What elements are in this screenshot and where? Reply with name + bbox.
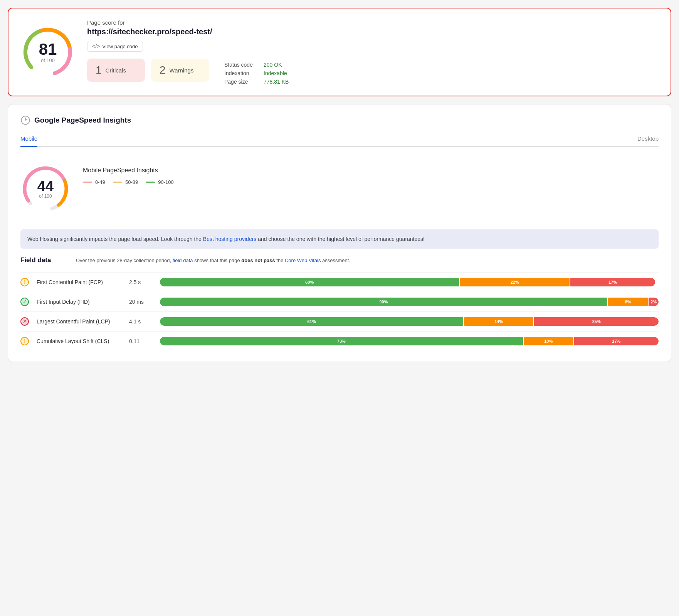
pagespeed-header: Google PageSpeed Insights <box>20 115 659 125</box>
field-desc1: Over the previous 28-day collection peri… <box>76 258 173 263</box>
bar-segment: 17% <box>574 337 659 345</box>
metric-icon: ! <box>20 337 29 345</box>
metric-value: 0.11 <box>129 338 152 344</box>
score-ring: 81 of 100 <box>21 25 75 79</box>
legend-dash-orange <box>113 182 122 183</box>
field-data-section: Field data Over the previous 28-day coll… <box>20 256 659 351</box>
bar-segment: 60% <box>160 278 459 286</box>
metric-value: 20 ms <box>129 299 152 305</box>
bar-segment: 22% <box>460 278 570 286</box>
field-data-title: Field data <box>20 256 67 264</box>
top-card: 81 of 100 Page score for https://siteche… <box>8 8 671 96</box>
metric-value: 2.5 s <box>129 279 152 285</box>
metric-name: Largest Contentful Paint (LCP) <box>37 318 121 325</box>
page-size-key: Page size <box>224 79 259 85</box>
indexation-key: Indexation <box>224 70 259 76</box>
status-info: Status code 200 OK Indexation Indexable … <box>224 59 289 85</box>
bar-segment: 17% <box>570 278 655 286</box>
bar-segment: 2% <box>649 298 659 306</box>
metric-bar: 73%10%17% <box>160 337 659 345</box>
metric-icon: ! <box>20 278 29 286</box>
field-data-link[interactable]: field data <box>173 258 193 263</box>
legend-items: 0-49 50-89 90-100 <box>83 179 174 185</box>
metric-row: !Cumulative Layout Shift (CLS)0.1173%10%… <box>20 331 659 351</box>
field-desc2: shows that this page <box>193 258 242 263</box>
metric-row: ✓First Input Delay (FID)20 ms90%8%2% <box>20 292 659 311</box>
info-text1: Web Hosting significantly impacts the pa… <box>27 236 203 242</box>
indexation-value: Indexable <box>264 70 287 76</box>
legend-item-poor: 0-49 <box>83 179 105 185</box>
page-url: https://sitechecker.pro/speed-test/ <box>87 27 658 36</box>
bar-segment: 73% <box>160 337 523 345</box>
pagespeed-icon <box>20 115 30 125</box>
field-desc4: assessment. <box>321 258 350 263</box>
view-code-button[interactable]: </> View page code <box>87 41 143 52</box>
metric-bar: 60%22%17% <box>160 278 659 286</box>
legend-dash-red <box>83 182 92 183</box>
metric-name: First Input Delay (FID) <box>37 299 121 305</box>
info-text2: and choose the one with the highest leve… <box>256 236 425 242</box>
status-code-row: Status code 200 OK <box>224 62 289 68</box>
tab-mobile[interactable]: Mobile <box>20 131 37 147</box>
pagespeed-card: Google PageSpeed Insights Mobile Desktop… <box>8 104 671 362</box>
field-data-header: Field data Over the previous 28-day coll… <box>20 256 659 264</box>
legend-range2: 50-89 <box>125 179 138 185</box>
legend-range1: 0-49 <box>95 179 105 185</box>
status-code-key: Status code <box>224 62 259 68</box>
criticals-label: Criticals <box>106 67 126 74</box>
legend-item-needs-improvement: 50-89 <box>113 179 138 185</box>
top-card-info: Page score for https://sitechecker.pro/s… <box>87 19 658 85</box>
metric-value: 4.1 s <box>129 318 152 325</box>
metric-row: !First Contentful Paint (FCP)2.5 s60%22%… <box>20 272 659 292</box>
tabs-bar: Mobile Desktop <box>20 131 659 147</box>
page-size-value: 778.81 KB <box>264 79 289 85</box>
metrics-row: 1 Criticals 2 Warnings Status code 200 O… <box>87 59 658 85</box>
warnings-pill: 2 Warnings <box>151 59 209 82</box>
legend-dash-green <box>146 182 155 183</box>
metric-row: ✕Largest Contentful Paint (LCP)4.1 s61%1… <box>20 311 659 331</box>
page-score-label: Page score for <box>87 19 658 26</box>
view-code-label: View page code <box>102 44 138 49</box>
metric-icon: ✓ <box>20 298 29 306</box>
mobile-score-of: of 100 <box>37 194 54 199</box>
metric-bar: 90%8%2% <box>160 298 659 306</box>
metric-rows-container: !First Contentful Paint (FCP)2.5 s60%22%… <box>20 272 659 351</box>
pagespeed-title: Google PageSpeed Insights <box>34 116 131 125</box>
mobile-insights-title: Mobile PageSpeed Insights <box>83 167 174 174</box>
metric-icon: ✕ <box>20 317 29 326</box>
bar-segment: 10% <box>524 337 573 345</box>
legend-range3: 90-100 <box>158 179 173 185</box>
field-desc-bold: does not pass <box>241 258 275 263</box>
criticals-number: 1 <box>96 64 102 76</box>
metric-bar: 61%14%25% <box>160 317 659 326</box>
bar-segment: 25% <box>534 317 659 326</box>
score-number: 81 <box>39 41 57 57</box>
mobile-score-ring: 44 of 100 <box>20 164 71 214</box>
page-size-row: Page size 778.81 KB <box>224 79 289 85</box>
mobile-score-number: 44 <box>37 179 54 194</box>
field-desc3: the <box>275 258 285 263</box>
bar-segment: 14% <box>464 317 534 326</box>
indexation-row: Indexation Indexable <box>224 70 289 76</box>
core-web-vitals-link[interactable]: Core Web Vitals <box>285 258 321 263</box>
score-of: of 100 <box>39 57 57 63</box>
bar-segment: 90% <box>160 298 607 306</box>
mobile-insights-area: 44 of 100 Mobile PageSpeed Insights 0-49… <box>20 156 659 222</box>
mobile-legend: Mobile PageSpeed Insights 0-49 50-89 90-… <box>83 167 174 185</box>
warnings-number: 2 <box>160 64 166 76</box>
warnings-label: Warnings <box>170 67 194 74</box>
bar-segment: 61% <box>160 317 463 326</box>
field-data-description: Over the previous 28-day collection peri… <box>76 257 350 264</box>
criticals-pill: 1 Criticals <box>87 59 145 82</box>
tab-desktop[interactable]: Desktop <box>637 131 659 146</box>
bar-segment: 8% <box>608 298 648 306</box>
best-hosting-link[interactable]: Best hosting providers <box>203 236 257 242</box>
info-banner: Web Hosting significantly impacts the pa… <box>20 229 659 249</box>
code-icon: </> <box>92 43 100 49</box>
metric-name: First Contentful Paint (FCP) <box>37 279 121 285</box>
legend-item-good: 90-100 <box>146 179 173 185</box>
metric-name: Cumulative Layout Shift (CLS) <box>37 338 121 344</box>
status-code-value: 200 OK <box>264 62 282 68</box>
